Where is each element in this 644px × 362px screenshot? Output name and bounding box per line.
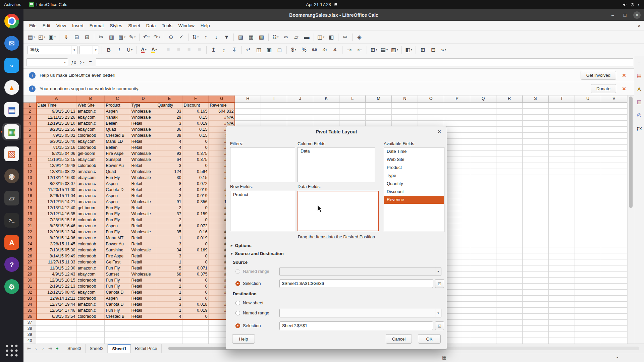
- cell-C29[interactable]: Sunset: [105, 271, 130, 277]
- gimp-icon[interactable]: ◉: [2, 167, 21, 185]
- cell-R20[interactable]: [496, 217, 523, 223]
- cell-U26[interactable]: [575, 253, 601, 259]
- cell-S29[interactable]: [523, 271, 549, 277]
- cell-N1[interactable]: [392, 102, 418, 108]
- cell-D6[interactable]: Wholesale: [130, 132, 156, 138]
- cell-T18[interactable]: [549, 205, 575, 211]
- more-options-button[interactable]: »▾: [439, 45, 448, 54]
- delete-decimal-button[interactable]: .0-: [331, 45, 340, 54]
- column-header-S[interactable]: S: [523, 96, 549, 102]
- cell-D12[interactable]: Wholesale: [130, 169, 156, 175]
- cell-B37[interactable]: [76, 319, 105, 325]
- cell-D34[interactable]: Retail: [130, 301, 156, 307]
- status-mode-icon[interactable]: ▪: [616, 355, 618, 360]
- cell-E36[interactable]: 4: [156, 313, 182, 319]
- cell-F22[interactable]: 0.16: [182, 229, 209, 235]
- available-field-type[interactable]: Type: [384, 172, 444, 180]
- available-fields-list[interactable]: Date TimeWeb SiteProductTypeQuantityDisc…: [384, 147, 444, 232]
- align-bottom-button[interactable]: ↧: [230, 45, 239, 54]
- cell-C9[interactable]: Fire Aspe: [105, 150, 130, 157]
- cell-C26[interactable]: Fire Aspe: [105, 253, 130, 259]
- cell-P39[interactable]: [444, 331, 470, 338]
- cell-U29[interactable]: [575, 271, 601, 277]
- cell-V17[interactable]: [601, 199, 627, 205]
- cell-T12[interactable]: [549, 169, 575, 175]
- cell-V16[interactable]: [601, 193, 627, 199]
- cell-Q25[interactable]: [470, 247, 496, 253]
- cell-D19[interactable]: Wholesale: [130, 211, 156, 217]
- cell-P34[interactable]: [444, 301, 470, 307]
- cell-R10[interactable]: [496, 157, 523, 163]
- function-wizard-button[interactable]: ƒx: [69, 58, 78, 67]
- cell-D32[interactable]: Retail: [130, 289, 156, 295]
- cell-J4[interactable]: [287, 120, 313, 126]
- cell-A3[interactable]: 12/11/15 23:26: [36, 114, 76, 120]
- cell-V35[interactable]: [601, 307, 627, 313]
- cell-B38[interactable]: [76, 325, 105, 331]
- currency-format-button[interactable]: $▾: [289, 45, 298, 54]
- cell-P37[interactable]: [444, 319, 470, 325]
- available-field-product[interactable]: Product: [384, 164, 444, 172]
- cell-C13[interactable]: Fun Fly: [105, 175, 130, 181]
- cell-P14[interactable]: [444, 181, 470, 187]
- cell-C37[interactable]: [105, 319, 130, 325]
- extension-manager-button[interactable]: ◈: [355, 33, 364, 42]
- cell-V25[interactable]: [601, 247, 627, 253]
- wrap-text-button[interactable]: ↵: [244, 45, 253, 54]
- cell-F40[interactable]: [182, 338, 209, 344]
- row-header-7[interactable]: 7: [23, 138, 36, 144]
- cell-B27[interactable]: coloradob: [76, 259, 105, 265]
- cell-R29[interactable]: [496, 271, 523, 277]
- cell-R9[interactable]: [496, 150, 523, 157]
- cell-P9[interactable]: [444, 150, 470, 157]
- ubuntu-software-icon[interactable]: A: [2, 234, 21, 251]
- cell-R15[interactable]: [496, 187, 523, 193]
- cell-H2[interactable]: [235, 108, 261, 114]
- cell-T37[interactable]: [549, 319, 575, 325]
- cell-F19[interactable]: 0.159: [182, 211, 209, 217]
- cell-C6[interactable]: Crested B: [105, 132, 130, 138]
- cell-A5[interactable]: 8/23/15 12:55: [36, 126, 76, 132]
- cell-B21[interactable]: amazon.c: [76, 223, 105, 229]
- cell-Q21[interactable]: [470, 223, 496, 229]
- percent-format-button[interactable]: %: [300, 45, 309, 54]
- cell-L3[interactable]: [339, 114, 366, 120]
- row-header-2[interactable]: 2: [23, 108, 36, 114]
- cell-U40[interactable]: [575, 338, 601, 344]
- cell-D33[interactable]: Retail: [130, 295, 156, 301]
- cell-V20[interactable]: [601, 217, 627, 223]
- cell-B39[interactable]: [76, 331, 105, 338]
- cell-R34[interactable]: [496, 301, 523, 307]
- cell-P29[interactable]: [444, 271, 470, 277]
- cell-R24[interactable]: [496, 241, 523, 247]
- cell-B32[interactable]: ebay.com: [76, 289, 105, 295]
- navigator-icon[interactable]: ◎: [636, 111, 643, 119]
- source-destination-expander[interactable]: ▾ Source and Destination: [231, 251, 284, 256]
- cell-S12[interactable]: [523, 169, 549, 175]
- insert-image-button[interactable]: ▨: [236, 33, 245, 42]
- cell-G3[interactable]: #N/A: [209, 114, 235, 120]
- cell-P40[interactable]: [444, 338, 470, 344]
- sidebar-settings-icon[interactable]: ≡: [636, 59, 643, 66]
- cell-Q24[interactable]: [470, 241, 496, 247]
- cell-R38[interactable]: [496, 325, 523, 331]
- cell-Q38[interactable]: [470, 325, 496, 331]
- column-header-P[interactable]: P: [444, 96, 470, 102]
- cell-Q32[interactable]: [470, 289, 496, 295]
- close-icon[interactable]: ×: [622, 72, 626, 78]
- row-header-36[interactable]: 36: [23, 313, 36, 319]
- cell-D29[interactable]: Wholesale: [130, 271, 156, 277]
- cell-Q2[interactable]: [470, 108, 496, 114]
- cell-P21[interactable]: [444, 223, 470, 229]
- decrease-indent-button[interactable]: ⇤: [355, 45, 364, 54]
- cell-V37[interactable]: [601, 319, 627, 325]
- save-button[interactable]: ▣▾: [48, 33, 57, 42]
- cell-F27[interactable]: 0: [182, 259, 209, 265]
- cell-P38[interactable]: [444, 325, 470, 331]
- justify-button[interactable]: ≡: [195, 45, 204, 54]
- row-header-15[interactable]: 15: [23, 187, 36, 193]
- terminal-icon[interactable]: >_: [2, 212, 21, 229]
- menu-sheet[interactable]: Sheet: [125, 22, 143, 29]
- cell-P27[interactable]: [444, 259, 470, 265]
- cell-A21[interactable]: 8/25/15 16:46: [36, 223, 76, 229]
